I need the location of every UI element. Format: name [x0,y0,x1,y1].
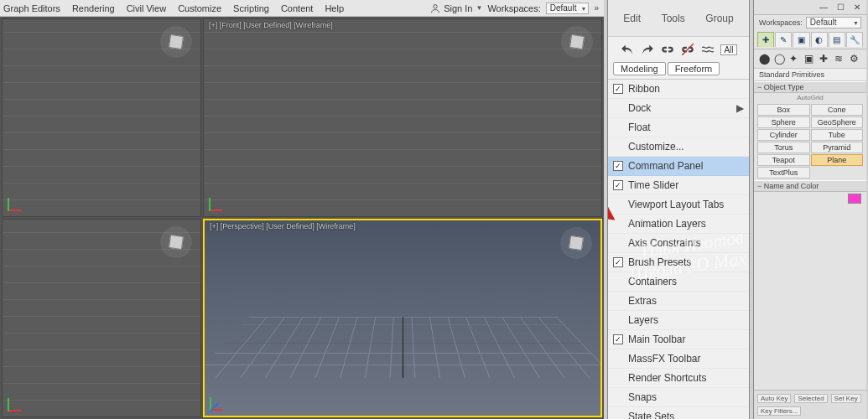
ctx-item-label: MassFX Toolbar [628,353,700,365]
viewport-perspective[interactable]: [+] [Perspective] [User Defined] [Wirefr… [203,219,602,417]
ctx-item-command-panel[interactable]: ✓Command Panel [608,157,749,176]
ctx-item-label: Containers [628,276,677,287]
menu-scripting[interactable]: Scripting [233,3,269,13]
workspaces-dropdown[interactable]: Default [546,3,590,14]
primitive-geosphere[interactable]: GeoSphere [811,116,864,128]
ctx-item-state-sets[interactable]: State Sets [608,407,749,419]
systems-icon[interactable]: ⚙ [850,53,861,65]
hierarchy-tab-icon[interactable]: ▣ [793,32,809,47]
setkey-button[interactable]: Set Key [831,394,861,403]
create-tab-icon[interactable]: ✚ [757,32,774,47]
rollout-name-color[interactable]: Name and Color [754,180,866,192]
ribbon-tab-edit[interactable]: Edit [623,13,641,24]
redo-icon[interactable] [640,42,655,57]
autokey-button[interactable]: Auto Key [757,394,791,403]
autogrid-label[interactable]: AutoGrid [754,93,866,102]
ctx-item-label: Command Panel [628,160,703,172]
ribbon-tab-tools[interactable]: Tools [662,13,685,24]
ctx-item-massfx-toolbar[interactable]: MassFX Toolbar [608,349,749,369]
keyfilters-button[interactable]: Key Filters... [757,406,801,416]
lights-icon[interactable]: ✦ [789,53,801,65]
primitive-tube[interactable]: Tube [811,129,864,141]
workspaces-dropdown[interactable]: Default [806,17,861,28]
ctx-item-ribbon[interactable]: ✓Ribbon [608,80,749,99]
menu-rendering[interactable]: Rendering [72,3,115,13]
primitive-sphere[interactable]: Sphere [757,116,810,128]
ctx-item-main-toolbar[interactable]: ✓Main Toolbar [608,330,749,349]
ctx-item-snaps[interactable]: Snaps [608,388,749,407]
viewport-bottom-left[interactable] [2,219,201,417]
category-dropdown[interactable]: Standard Primitives [754,69,866,81]
shapes-icon[interactable]: ◯ [774,53,786,65]
primitive-textplus[interactable]: TextPlus [757,167,810,178]
axis-gizmo-icon [8,193,26,211]
minimize-icon[interactable]: — [818,3,829,12]
maximize-icon[interactable]: ☐ [834,3,846,12]
menubar: Graph Editors Rendering Civil View Custo… [0,0,604,17]
ctx-item-dock[interactable]: Dock▶ [608,99,749,118]
viewcube-icon[interactable] [561,26,593,58]
waves-icon[interactable] [700,42,715,57]
primitive-plane[interactable]: Plane [811,154,864,166]
menu-graph-editors[interactable]: Graph Editors [3,3,60,13]
rollout-object-type[interactable]: Object Type [754,81,866,93]
viewport-label: [+] [Perspective] [User Defined] [Wirefr… [210,222,356,230]
color-swatch[interactable] [848,194,861,204]
viewcube-icon[interactable] [160,226,192,258]
ctx-item-float[interactable]: Float [608,118,749,137]
cameras-icon[interactable]: ▣ [804,53,816,65]
motion-tab-icon[interactable]: ◐ [811,32,828,47]
tab-freeform[interactable]: Freeform [668,62,720,75]
geometry-icon[interactable]: ⬤ [759,53,771,65]
checkmark-icon: ✓ [613,161,623,171]
toolbar-overflow-icon[interactable]: » [594,3,599,13]
menu-civil-view[interactable]: Civil View [127,3,166,13]
ctx-item-viewport-layout-tabs[interactable]: Viewport Layout Tabs [608,195,749,215]
ctx-item-label: State Sets [628,411,674,419]
primitive-cone[interactable]: Cone [811,104,864,116]
viewport-top-left[interactable] [2,18,201,217]
ctx-item-render-shortcuts[interactable]: Render Shortcuts [608,369,749,388]
primitive-cylinder[interactable]: Cylinder [757,129,810,141]
signin-dropdown[interactable]: Sign In [430,3,482,13]
utilities-tab-icon[interactable]: 🔧 [846,32,863,47]
menu-content[interactable]: Content [281,3,314,13]
ctx-item-customize-[interactable]: Customize... [608,137,749,157]
ctx-item-time-slider[interactable]: ✓Time Slider [608,176,749,195]
checkmark-icon: ✓ [613,334,623,344]
viewport-top-right[interactable]: [+] [Front] [User Defined] [Wireframe] [203,18,602,217]
primitive-pyramid[interactable]: Pyramid [811,142,864,153]
unlink-icon[interactable] [680,42,695,57]
ctx-item-label: Float [628,122,651,133]
link-icon[interactable] [660,42,675,57]
modify-tab-icon[interactable]: ✎ [775,32,792,47]
tab-modeling[interactable]: Modeling [613,62,666,75]
ribbon-icon-row: All [608,39,749,60]
undo-icon[interactable] [620,42,635,57]
menu-customize[interactable]: Customize [178,3,221,13]
ctx-item-brush-presets[interactable]: ✓Brush Presets [608,253,749,272]
ctx-item-containers[interactable]: Containers [608,272,749,292]
ctx-item-extras[interactable]: Extras [608,292,749,311]
spacewarps-icon[interactable]: ≋ [834,53,846,65]
ctx-item-animation-layers[interactable]: Animation Layers [608,215,749,234]
primitive-torus[interactable]: Torus [757,142,810,153]
primitive-teapot[interactable]: Teapot [757,154,810,166]
display-tab-icon[interactable]: ▤ [829,32,845,47]
selected-dropdown[interactable]: Selected [794,394,827,403]
main-window: Graph Editors Rendering Civil View Custo… [0,0,604,419]
ribbon-tab-group[interactable]: Group [705,13,733,24]
primitive-box[interactable]: Box [757,104,810,116]
viewcube-icon[interactable] [560,227,592,259]
filter-all-button[interactable]: All [720,44,736,55]
menu-help[interactable]: Help [325,3,344,13]
close-icon[interactable]: ✕ [851,3,863,12]
viewcube-icon[interactable] [160,26,192,58]
command-panel: — ☐ ✕ Workspaces: Default ✚ ✎ ▣ ◐ ▤ 🔧 ⬤ … [753,0,866,419]
ctx-item-axis-constraints[interactable]: Axis Constraints [608,234,749,253]
svg-point-0 [434,4,438,8]
submenu-arrow-icon: ▶ [736,102,744,114]
ctx-item-layers[interactable]: Layers [608,311,749,330]
helpers-icon[interactable]: ✚ [819,53,831,65]
ctx-item-label: Layers [628,314,658,326]
